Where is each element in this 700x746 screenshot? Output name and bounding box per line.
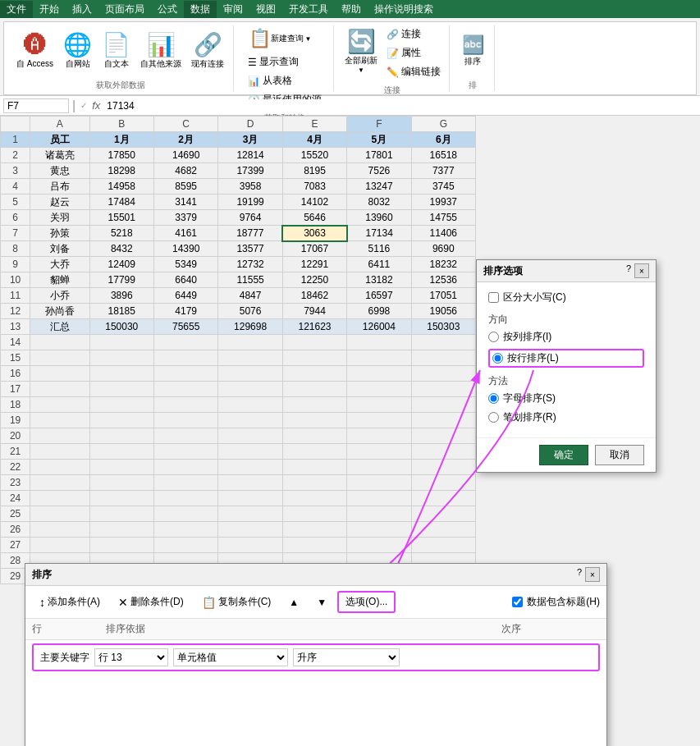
sort-options-close-btn[interactable]: ×	[634, 263, 649, 278]
cell-9-1[interactable]: 大乔	[30, 257, 89, 272]
empty-cell-20-5[interactable]	[347, 428, 411, 444]
empty-cell-16-4[interactable]	[282, 366, 346, 382]
col-header-g[interactable]: G	[411, 117, 475, 132]
empty-cell-22-1[interactable]	[89, 460, 153, 475]
delete-condition-btn[interactable]: ✕ 删除条件(D)	[111, 592, 191, 612]
empty-cell-21-5[interactable]	[347, 444, 411, 460]
cell-3-4[interactable]: 17399	[218, 163, 282, 179]
empty-cell-23-2[interactable]	[153, 475, 217, 491]
cell-12-5[interactable]: 7944	[282, 304, 346, 319]
cell-5-1[interactable]: 赵云	[30, 195, 89, 210]
cell-5-3[interactable]: 3141	[153, 195, 217, 210]
cell-4-6[interactable]: 13247	[347, 179, 411, 195]
empty-cell-18-2[interactable]	[153, 397, 217, 413]
empty-cell-20-3[interactable]	[218, 428, 282, 444]
empty-cell-20-0[interactable]	[30, 428, 89, 444]
empty-cell-24-2[interactable]	[153, 491, 217, 506]
menu-help[interactable]: 帮助	[335, 1, 368, 18]
empty-cell-14-6[interactable]	[411, 335, 475, 350]
cell-reference-input[interactable]	[3, 98, 69, 113]
empty-cell-23-4[interactable]	[282, 475, 346, 491]
cell-7-2[interactable]: 5218	[89, 226, 153, 241]
empty-cell-27-2[interactable]	[153, 538, 217, 553]
col-header-e[interactable]: E	[282, 117, 346, 132]
cell-5-5[interactable]: 14102	[282, 195, 346, 210]
cell-7-6[interactable]: 17134	[347, 226, 411, 241]
ribbon-btn-connection[interactable]: 🔗 连接	[383, 25, 444, 43]
has-header-checkbox[interactable]	[512, 597, 523, 607]
empty-cell-20-1[interactable]	[89, 428, 153, 444]
empty-cell-21-3[interactable]	[218, 444, 282, 460]
empty-cell-23-3[interactable]	[218, 475, 282, 491]
empty-cell-17-0[interactable]	[30, 382, 89, 397]
sort-options-cancel-btn[interactable]: 取消	[595, 445, 644, 465]
add-condition-btn[interactable]: ↕ 添加条件(A)	[32, 592, 108, 612]
menu-data[interactable]: 数据	[184, 1, 217, 18]
cell-12-2[interactable]: 18185	[89, 304, 153, 319]
cell-10-7[interactable]: 12536	[411, 272, 475, 288]
ribbon-btn-from-table[interactable]: 📊 从表格	[245, 72, 325, 89]
empty-cell-16-3[interactable]	[218, 366, 282, 382]
empty-cell-21-0[interactable]	[30, 444, 89, 460]
cell-11-3[interactable]: 6449	[153, 288, 217, 304]
cell-7-5[interactable]: 3063	[282, 226, 346, 241]
cell-2-4[interactable]: 12814	[218, 148, 282, 163]
cell-11-5[interactable]: 18462	[282, 288, 346, 304]
sort-title-bar[interactable]: 排序 ? ×	[25, 564, 606, 586]
empty-cell-21-6[interactable]	[411, 444, 475, 460]
cell-13-3[interactable]: 75655	[153, 319, 217, 335]
empty-cell-23-1[interactable]	[89, 475, 153, 491]
empty-cell-17-2[interactable]	[153, 382, 217, 397]
cell-3-1[interactable]: 黄忠	[30, 163, 89, 179]
cell-6-4[interactable]: 9764	[218, 210, 282, 226]
empty-cell-16-2[interactable]	[153, 366, 217, 382]
empty-cell-25-3[interactable]	[218, 506, 282, 522]
cell-6-5[interactable]: 5646	[282, 210, 346, 226]
empty-cell-21-2[interactable]	[153, 444, 217, 460]
empty-cell-17-3[interactable]	[218, 382, 282, 397]
ribbon-btn-edit-link[interactable]: ✏️ 编辑链接	[383, 63, 444, 80]
empty-cell-17-1[interactable]	[89, 382, 153, 397]
ribbon-btn-access[interactable]: 🅐 自 Access	[12, 29, 57, 72]
cell-9-2[interactable]: 12409	[89, 257, 153, 272]
cell-10-2[interactable]: 17799	[89, 272, 153, 288]
empty-cell-26-5[interactable]	[347, 522, 411, 538]
cell-6-1[interactable]: 关羽	[30, 210, 89, 226]
cell-5-4[interactable]: 19199	[218, 195, 282, 210]
cell-1-6[interactable]: 5月	[347, 132, 411, 148]
cell-5-2[interactable]: 17484	[89, 195, 153, 210]
empty-cell-27-0[interactable]	[30, 538, 89, 553]
empty-cell-26-3[interactable]	[218, 522, 282, 538]
alpha-sort-option[interactable]: 字母排序(S)	[488, 391, 644, 405]
ribbon-btn-web[interactable]: 🌐 自网站	[59, 29, 96, 72]
empty-cell-15-0[interactable]	[30, 350, 89, 366]
ribbon-btn-text[interactable]: 📄 自文本	[98, 29, 135, 72]
empty-cell-25-4[interactable]	[282, 506, 346, 522]
empty-cell-22-3[interactable]	[218, 460, 282, 475]
cell-6-6[interactable]: 13960	[347, 210, 411, 226]
empty-cell-14-1[interactable]	[89, 335, 153, 350]
cell-8-4[interactable]: 13577	[218, 241, 282, 257]
menu-insert[interactable]: 插入	[66, 1, 98, 18]
empty-cell-16-5[interactable]	[347, 366, 411, 382]
cell-1-1[interactable]: 员工	[30, 132, 89, 148]
cell-2-1[interactable]: 诸葛亮	[30, 148, 89, 163]
menu-search[interactable]: 操作说明搜索	[368, 1, 440, 18]
cell-5-6[interactable]: 8032	[347, 195, 411, 210]
sort-row-select[interactable]: 行 13	[94, 648, 168, 666]
empty-cell-25-0[interactable]	[30, 506, 89, 522]
empty-cell-26-2[interactable]	[153, 522, 217, 538]
empty-cell-17-6[interactable]	[411, 382, 475, 397]
sort-by-row-option[interactable]: 按行排序(L)	[488, 349, 644, 368]
empty-cell-27-1[interactable]	[89, 538, 153, 553]
cell-7-3[interactable]: 4161	[153, 226, 217, 241]
empty-cell-18-5[interactable]	[347, 397, 411, 413]
empty-cell-21-4[interactable]	[282, 444, 346, 460]
sort-order-select[interactable]: 升序	[293, 648, 400, 666]
empty-cell-15-3[interactable]	[218, 350, 282, 366]
empty-cell-19-0[interactable]	[30, 413, 89, 428]
empty-cell-19-3[interactable]	[218, 413, 282, 428]
empty-cell-26-1[interactable]	[89, 522, 153, 538]
ribbon-btn-refresh-all[interactable]: 🔄 全部刷新 ▼	[341, 25, 382, 80]
empty-cell-21-1[interactable]	[89, 444, 153, 460]
